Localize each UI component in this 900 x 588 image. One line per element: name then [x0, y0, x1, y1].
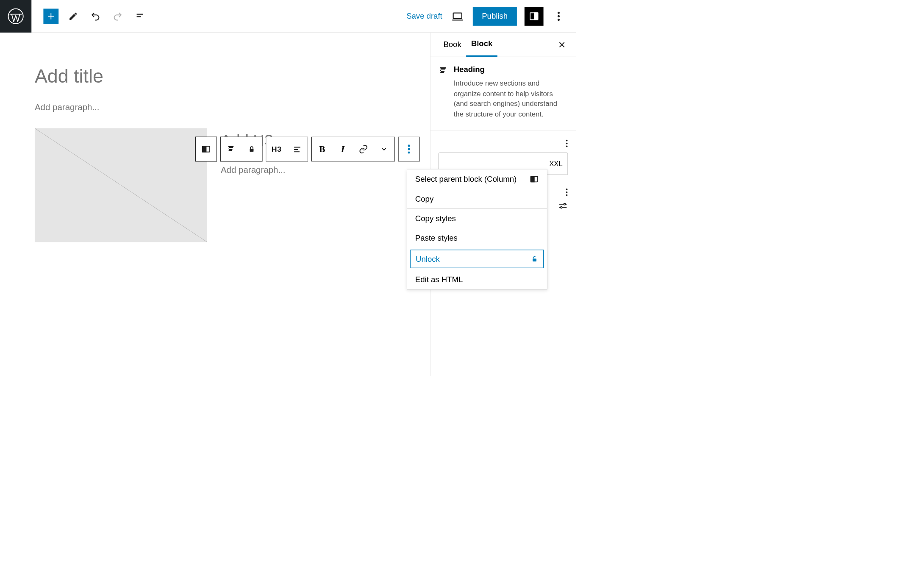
settings-sidebar-toggle[interactable]: [525, 7, 544, 26]
typography-options-button[interactable]: [566, 188, 568, 196]
svg-point-10: [558, 15, 560, 17]
post-title-input[interactable]: Add title: [35, 65, 395, 87]
column-paragraph-input[interactable]: Add paragraph...: [221, 165, 395, 175]
preview-button[interactable]: [450, 8, 465, 24]
content-row: Add title Add paragraph... Add H3... Add…: [0, 33, 576, 377]
svg-point-34: [564, 203, 566, 205]
svg-point-32: [566, 194, 568, 196]
svg-rect-15: [250, 149, 253, 152]
copy-label: Copy: [415, 194, 433, 203]
editor-canvas: Add title Add paragraph... Add H3... Add…: [0, 33, 430, 377]
undo-button[interactable]: [88, 8, 103, 24]
block-toolbar: H3 B I: [195, 137, 420, 162]
column-icon: [530, 175, 539, 184]
svg-point-27: [566, 140, 568, 141]
block-options-dropdown: Select parent block (Column) Copy Copy s…: [407, 169, 547, 289]
block-inserter-button[interactable]: [43, 8, 58, 24]
top-right-tools: Save draft Publish: [406, 7, 576, 26]
topbar: Save draft Publish: [0, 0, 576, 33]
select-parent-label: Select parent block (Column): [415, 175, 517, 183]
unlock-icon: [531, 255, 538, 263]
paste-styles-label: Paste styles: [415, 233, 458, 242]
edit-as-html-item[interactable]: Edit as HTML: [407, 270, 547, 289]
heading-icon: [439, 65, 448, 119]
settings-sliders-icon[interactable]: [558, 201, 568, 211]
tab-block[interactable]: Block: [466, 32, 497, 57]
publish-button[interactable]: Publish: [472, 7, 517, 26]
link-button[interactable]: [353, 137, 374, 161]
select-parent-item[interactable]: Select parent block (Column): [407, 169, 547, 189]
svg-point-20: [408, 148, 410, 150]
edit-tool-button[interactable]: [66, 8, 81, 24]
options-button[interactable]: [551, 8, 566, 24]
block-info-title: Heading: [454, 65, 568, 74]
svg-line-12: [35, 128, 207, 242]
block-info-card: Heading Introduce new sections and organ…: [431, 57, 576, 131]
svg-point-31: [566, 191, 568, 193]
document-overview-button[interactable]: [132, 8, 147, 24]
svg-point-30: [566, 189, 568, 190]
copy-styles-label: Copy styles: [415, 214, 456, 223]
svg-rect-5: [453, 13, 462, 18]
unlock-label: Unlock: [416, 255, 440, 263]
copy-item[interactable]: Copy: [407, 189, 547, 208]
lock-icon[interactable]: [242, 137, 262, 161]
svg-rect-8: [534, 13, 538, 19]
bold-button[interactable]: B: [312, 137, 333, 161]
paragraph-input[interactable]: Add paragraph...: [35, 103, 395, 113]
svg-point-21: [408, 152, 410, 154]
image-placeholder[interactable]: [35, 128, 207, 242]
close-sidebar-button[interactable]: [556, 39, 568, 50]
copy-styles-item[interactable]: Copy styles: [407, 209, 547, 228]
svg-point-29: [566, 145, 568, 147]
svg-point-28: [566, 143, 568, 144]
svg-point-36: [561, 207, 562, 208]
svg-point-9: [558, 11, 560, 14]
block-more-options-button[interactable]: [399, 137, 419, 161]
heading-level-button[interactable]: H3: [266, 137, 287, 161]
top-left-tools: [31, 8, 147, 24]
wordpress-logo[interactable]: [0, 0, 31, 32]
svg-point-19: [408, 144, 410, 147]
paste-styles-item[interactable]: Paste styles: [407, 228, 547, 248]
parent-column-icon[interactable]: [196, 137, 217, 161]
redo-button[interactable]: [110, 8, 125, 24]
block-info-description: Introduce new sections and organize cont…: [454, 78, 568, 119]
svg-rect-24: [533, 258, 536, 261]
tab-book[interactable]: Book: [439, 32, 466, 57]
more-rich-text-button[interactable]: [374, 137, 394, 161]
panel-options-button[interactable]: [566, 139, 568, 147]
size-option-xxl[interactable]: XXL: [544, 153, 567, 175]
edit-as-html-label: Edit as HTML: [415, 275, 463, 284]
italic-button[interactable]: I: [333, 137, 353, 161]
align-button[interactable]: [287, 137, 308, 161]
heading-block-icon[interactable]: [221, 137, 242, 161]
svg-rect-23: [531, 177, 534, 182]
svg-point-11: [558, 19, 560, 21]
svg-rect-14: [203, 146, 206, 152]
unlock-item[interactable]: Unlock: [410, 250, 544, 268]
sidebar-tabs: Book Block: [431, 33, 576, 57]
save-draft-button[interactable]: Save draft: [406, 12, 442, 21]
